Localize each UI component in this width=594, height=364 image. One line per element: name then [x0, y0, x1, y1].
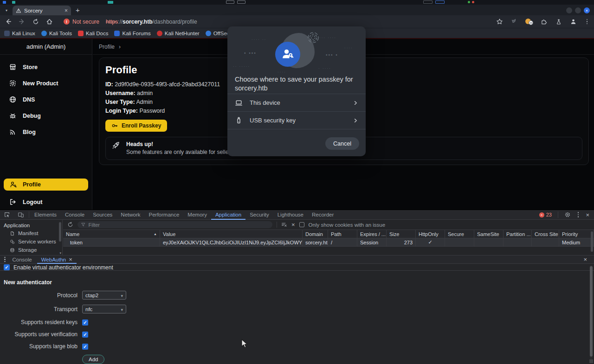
issue-filter-checkbox[interactable] [299, 222, 304, 227]
cell-expires[interactable]: Session [357, 238, 387, 247]
enable-authenticator-checkbox[interactable] [4, 264, 10, 270]
drawer-close-icon[interactable]: × [583, 256, 592, 262]
add-authenticator-button[interactable]: Add [82, 355, 104, 364]
resident-keys-checkbox[interactable] [82, 319, 88, 326]
inspect-element-icon[interactable] [0, 211, 14, 218]
drawer-scrollbar-thumb[interactable] [590, 266, 593, 357]
sidebar-item-dns[interactable]: DNS [0, 91, 92, 108]
column-header-samesite[interactable]: SameSite [474, 230, 504, 238]
window-minimize-button[interactable] [566, 7, 572, 13]
extensions-puzzle-icon[interactable] [541, 18, 548, 25]
devtools-tab-sources[interactable]: Sources [89, 210, 116, 220]
bookmark-kali-nethunter[interactable]: Kali NetHunter [157, 31, 200, 36]
bookmark-kali-linux[interactable]: Kali Linux [4, 31, 35, 36]
cell-domain[interactable]: sorcery.htb [303, 238, 328, 247]
sidebar-item-new-product[interactable]: New Product [0, 75, 92, 91]
devtools-menu-icon[interactable] [576, 212, 581, 217]
home-button-icon[interactable] [46, 18, 53, 25]
bookmark-star-icon[interactable] [496, 18, 503, 25]
webauthn-tab-close-icon[interactable]: × [69, 256, 72, 262]
column-header-domain[interactable]: Domain [303, 230, 328, 238]
labs-flask-icon[interactable] [555, 19, 562, 25]
large-blob-checkbox[interactable] [82, 344, 88, 350]
not-secure-label[interactable]: Not secure [72, 19, 99, 25]
devtools-close-icon[interactable]: × [586, 212, 589, 218]
window-close-button[interactable]: × [584, 7, 590, 13]
cell-name[interactable]: token [63, 238, 160, 247]
bookmark-kali-tools[interactable]: Kali Tools [41, 31, 72, 36]
drawer-menu-icon[interactable] [2, 257, 7, 262]
devtools-tab-performance[interactable]: Performance [145, 210, 184, 220]
protocol-select[interactable]: ctap2 [82, 291, 126, 300]
tab-search-button[interactable]: ▾ [2, 6, 11, 15]
browser-menu-icon[interactable] [585, 19, 590, 25]
tab-close-icon[interactable]: × [65, 8, 68, 13]
issue-filter-label[interactable]: Only show cookies with an issue [309, 222, 386, 228]
reload-button-icon[interactable] [32, 19, 39, 25]
sidebar-item-profile[interactable]: Profile [4, 179, 88, 191]
error-count-badge[interactable]: ×23 [539, 212, 552, 217]
bookmark-offsec[interactable]: OffSec [206, 31, 230, 36]
cell-partition[interactable] [504, 238, 532, 247]
user-verification-checkbox[interactable] [82, 332, 88, 338]
cell-secure[interactable] [445, 238, 474, 247]
cell-priority[interactable]: Medium [559, 238, 594, 247]
column-header-value[interactable]: Value [160, 230, 303, 238]
cell-size[interactable]: 273 [387, 238, 416, 247]
cell-cross-site[interactable] [532, 238, 559, 247]
cell-samesite[interactable] [474, 238, 504, 247]
bookmark-kali-docs[interactable]: Kali Docs [78, 31, 109, 36]
column-header-partition[interactable]: Partition ... [504, 230, 532, 238]
cell-path[interactable]: / [328, 238, 357, 247]
cell-value[interactable]: eyJ0eXAiOiJKV1QiLCJhbGciOiJIUzI1NiJ9.eyJ… [160, 238, 303, 247]
cookies-filter-input[interactable] [89, 222, 269, 228]
side-panel-icon[interactable] [511, 19, 517, 25]
clear-all-icon[interactable]: × [291, 222, 295, 228]
url-text[interactable]: https://sorcery.htb/dashboard/profile [106, 19, 197, 25]
column-header-httponly[interactable]: HttpOnly [416, 230, 445, 238]
devtools-tab-console[interactable]: Console [61, 210, 89, 220]
column-header-expires[interactable]: Expires / ... [357, 230, 387, 238]
sidebar-item-debug[interactable]: Debug [0, 108, 92, 124]
tree-item-manifest[interactable]: Manifest [0, 229, 62, 237]
option-usb-security-key[interactable]: USB security key [227, 111, 366, 129]
browser-tab[interactable]: Sorcery × [13, 6, 71, 15]
tree-item-storage[interactable]: Storage [0, 246, 62, 254]
devtools-tab-elements[interactable]: Elements [30, 210, 61, 220]
sidebar-scrollbar[interactable] [59, 222, 61, 242]
back-button-icon[interactable] [5, 18, 12, 25]
cookies-reload-icon[interactable] [67, 222, 73, 228]
clear-filter-icon[interactable] [281, 222, 287, 228]
column-header-path[interactable]: Path [328, 230, 357, 238]
devtools-tab-recorder[interactable]: Recorder [308, 210, 338, 220]
column-header-secure[interactable]: Secure [445, 230, 474, 238]
devtools-tab-lighthouse[interactable]: Lighthouse [273, 210, 308, 220]
cell-httponly[interactable]: ✓ [416, 238, 445, 247]
option-this-device[interactable]: This device [227, 94, 366, 111]
sidebar-scroll-down-icon[interactable]: ▾ [59, 251, 61, 255]
address-bar[interactable]: ! Not secure https://sorcery.htb/dashboa… [64, 19, 197, 25]
profile-avatar-icon[interactable] [570, 18, 577, 25]
device-toolbar-icon[interactable] [14, 211, 28, 218]
column-header-priority[interactable]: Priority [559, 230, 594, 238]
forward-button-icon[interactable] [19, 18, 26, 25]
window-maximize-button[interactable] [575, 7, 581, 13]
cancel-button[interactable]: Cancel [325, 137, 359, 150]
column-header-cross-site[interactable]: Cross Site [532, 230, 559, 238]
devtools-tab-security[interactable]: Security [245, 210, 273, 220]
sidebar-item-store[interactable]: Store [0, 59, 92, 75]
bookmark-kali-forums[interactable]: Kali Forums [114, 31, 150, 36]
column-header-size[interactable]: Size [387, 230, 416, 238]
sidebar-item-blog[interactable]: Blog [0, 124, 92, 140]
cookie-table-row[interactable]: token eyJ0eXAiOiJKV1QiLCJhbGciOiJIUzI1Ni… [63, 238, 594, 247]
devtools-tab-memory[interactable]: Memory [183, 210, 211, 220]
breadcrumb-item[interactable]: Profile [99, 44, 115, 50]
tree-item-service-workers[interactable]: Service workers [0, 237, 62, 246]
enable-authenticator-label[interactable]: Enable virtual authenticator environment [13, 264, 113, 271]
devtools-settings-gear-icon[interactable] [564, 211, 571, 218]
cookies-filter-box[interactable] [77, 221, 272, 228]
devtools-tab-network[interactable]: Network [116, 210, 144, 220]
drawer-tab-console[interactable]: Console [8, 255, 36, 264]
devtools-tab-application[interactable]: Application [211, 210, 245, 220]
new-tab-button[interactable]: + [76, 6, 80, 13]
